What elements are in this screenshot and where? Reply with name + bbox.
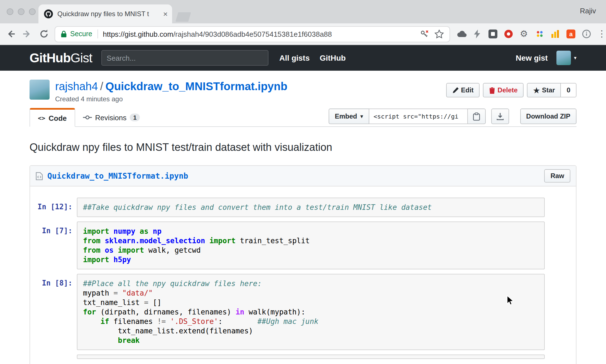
revisions-count-badge: 1 <box>130 114 140 121</box>
cell-input: import numpy as npfrom sklearn.model_sel… <box>77 222 545 269</box>
clipboard-icon <box>473 112 480 120</box>
url-path: /rajshah4/903d086adb4e5075415381e1f6038a… <box>173 30 332 38</box>
mouse-cursor <box>506 295 514 308</box>
notebook-render: In [12]:##Take quickdraw npy files and c… <box>30 186 576 364</box>
notebook-cell: In [12]:##Take quickdraw npy files and c… <box>35 198 545 217</box>
password-key-icon[interactable] <box>420 29 429 38</box>
notebook-cell: In [7]:import numpy as npfrom sklearn.mo… <box>35 222 545 269</box>
github-gist-header: GitHubGist All gists GitHub New gist ▾ <box>0 45 606 71</box>
avatar-caret-down-icon[interactable]: ▾ <box>574 55 576 61</box>
header-nav: All gists GitHub <box>279 53 346 62</box>
svg-text:a: a <box>569 31 573 38</box>
tab-code[interactable]: <> Code <box>30 108 75 127</box>
window-controls <box>7 8 36 15</box>
dark-app-icon[interactable] <box>486 27 500 41</box>
code-brackets-icon: <> <box>38 114 45 122</box>
title-separator: / <box>100 80 103 92</box>
chart-icon[interactable] <box>548 27 562 41</box>
window-minimize-button[interactable] <box>18 8 25 15</box>
delete-button[interactable]: Delete <box>483 83 524 97</box>
cell-prompt: In [7]: <box>35 222 72 269</box>
google-dots-icon[interactable] <box>532 27 546 41</box>
tab-title: Quickdraw npy files to MNIST t <box>57 10 160 18</box>
header-avatar[interactable] <box>557 51 571 65</box>
browser-window: Quickdraw npy files to MNIST t × Rajiv S… <box>0 0 606 364</box>
star-label: Star <box>542 86 555 94</box>
new-tab-button[interactable] <box>175 12 191 22</box>
extension-icons: ⚙ a ⋮ <box>454 27 606 41</box>
file-name-link[interactable]: Quickdraw_to_MNISTformat.ipynb <box>47 171 188 180</box>
embed-dropdown-button[interactable]: Embed ▾ <box>329 109 369 124</box>
forward-button[interactable] <box>20 27 35 41</box>
window-zoom-button[interactable] <box>29 8 36 15</box>
star-count[interactable]: 0 <box>561 83 576 97</box>
embed-caret-down-icon: ▾ <box>360 114 363 119</box>
copy-embed-button[interactable] <box>468 109 485 124</box>
lightning-icon[interactable] <box>470 27 484 41</box>
embed-label: Embed <box>335 112 357 120</box>
new-gist-link[interactable]: New gist <box>516 53 548 62</box>
download-zip-button[interactable]: Download ZIP <box>520 109 576 124</box>
raw-button[interactable]: Raw <box>544 169 570 183</box>
gist-owner-avatar[interactable] <box>30 80 50 100</box>
gist-file-box: Quickdraw_to_MNISTformat.ipynb Raw In [1… <box>30 165 576 364</box>
url-text: https://gist.github.com/rajshah4/903d086… <box>103 30 416 38</box>
info-icon[interactable] <box>579 27 593 41</box>
gist-description: Quickdraw npy files to MNIST test/train … <box>30 141 576 154</box>
commit-icon <box>83 115 92 120</box>
cloud-icon[interactable] <box>454 27 468 41</box>
nav-github[interactable]: GitHub <box>320 53 346 62</box>
reload-button[interactable] <box>37 27 51 41</box>
gist-file-link[interactable]: Quickdraw_to_MNISTformat.ipynb <box>106 80 287 92</box>
notebook-cell <box>35 355 545 360</box>
edit-button[interactable]: Edit <box>446 83 480 97</box>
cell-input <box>77 355 545 359</box>
url-host: https://gist.github.com <box>103 30 173 38</box>
bookmark-star-icon[interactable] <box>434 29 444 38</box>
window-close-button[interactable] <box>7 8 13 15</box>
file-header: Quickdraw_to_MNISTformat.ipynb Raw <box>30 166 576 186</box>
star-icon: ★ <box>533 87 540 94</box>
browser-tab[interactable]: Quickdraw npy files to MNIST t × <box>38 4 172 23</box>
trash-icon <box>489 87 495 94</box>
secure-label: Secure <box>70 30 92 38</box>
browser-profile-name[interactable]: Rajiv <box>580 7 596 15</box>
omnibox-divider <box>97 29 98 38</box>
cell-prompt <box>35 355 72 360</box>
cell-input: ##Take quickdraw npy files and convert t… <box>77 198 545 217</box>
tab-close-icon[interactable]: × <box>163 10 168 18</box>
secure-lock-icon <box>61 30 67 38</box>
cell-input: ##Place all the npy quickdraw files here… <box>77 274 545 350</box>
red-circle-icon[interactable] <box>501 27 515 41</box>
back-button[interactable] <box>3 27 18 41</box>
tab-revisions[interactable]: Revisions 1 <box>75 108 148 127</box>
address-bar[interactable]: Secure https://gist.github.com/rajshah4/… <box>55 26 450 42</box>
cell-prompt: In [12]: <box>35 198 72 217</box>
pencil-icon <box>452 87 459 94</box>
tab-code-label: Code <box>49 114 67 122</box>
download-icon <box>496 112 504 120</box>
download-raw-button[interactable] <box>491 109 509 124</box>
gist-created-text: Created 4 minutes ago <box>55 95 287 103</box>
gist-title: rajshah4/Quickdraw_to_MNISTformat.ipynb <box>55 80 287 93</box>
annotate-a-icon[interactable]: a <box>564 27 578 41</box>
gist-title-block: rajshah4/Quickdraw_to_MNISTformat.ipynb … <box>30 71 576 103</box>
logo-gist-text: Gist <box>70 50 92 65</box>
github-favicon-icon <box>44 9 53 18</box>
browser-toolbar: Secure https://gist.github.com/rajshah4/… <box>0 23 606 45</box>
raw-label: Raw <box>551 172 564 180</box>
gist-owner-link[interactable]: rajshah4 <box>55 80 98 92</box>
browser-tab-strip: Quickdraw npy files to MNIST t × Rajiv <box>0 0 606 23</box>
embed-script-input[interactable] <box>369 109 468 124</box>
file-code-icon <box>36 172 43 180</box>
kebab-menu-icon[interactable]: ⋮ <box>595 27 606 41</box>
delete-label: Delete <box>498 86 518 94</box>
gear-icon[interactable]: ⚙ <box>517 27 531 41</box>
githubgist-logo[interactable]: GitHubGist <box>30 50 92 65</box>
star-button[interactable]: ★ Star <box>527 83 561 97</box>
notebook-cell: In [8]:##Place all the npy quickdraw fil… <box>35 274 545 350</box>
gist-tabs-row: <> Code Revisions 1 Embed ▾ Download ZIP <box>30 107 576 127</box>
logo-github-text: GitHub <box>30 50 70 65</box>
gist-search-input[interactable] <box>101 50 268 66</box>
nav-all-gists[interactable]: All gists <box>279 53 310 62</box>
